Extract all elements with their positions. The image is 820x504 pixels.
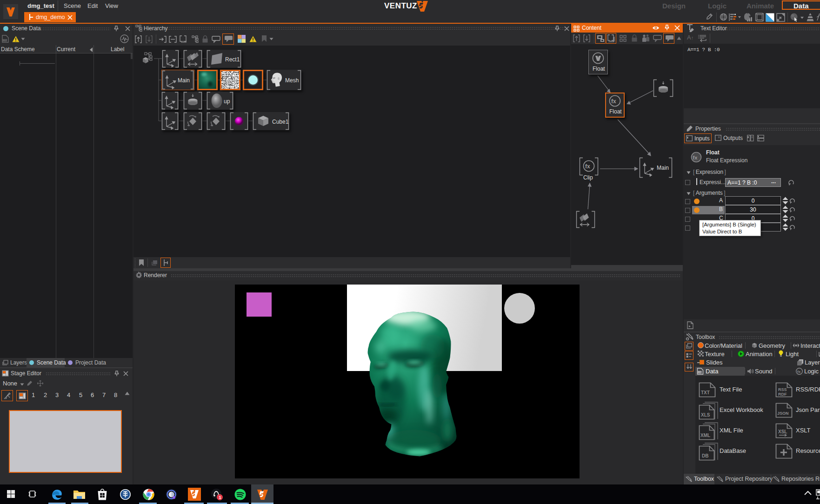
- svg-text:XSL: XSL: [778, 429, 787, 434]
- svg-text:XML: XML: [3, 39, 8, 41]
- svg-text:fx: fx: [611, 98, 616, 105]
- svg-text:XLS: XLS: [701, 412, 710, 418]
- svg-text:TXT: TXT: [701, 390, 710, 395]
- svg-text:DB: DB: [702, 453, 708, 458]
- svg-text:1: 1: [219, 495, 221, 500]
- svg-text:XML: XML: [700, 433, 710, 438]
- svg-text:RDF: RDF: [778, 392, 787, 397]
- svg-text:fx: fx: [797, 370, 801, 374]
- svg-text:RSS: RSS: [778, 387, 787, 392]
- svg-text:0: 0: [752, 136, 753, 139]
- svg-text:0: 0: [758, 139, 760, 141]
- svg-text:fx: fx: [585, 163, 590, 170]
- svg-text:JSON: JSON: [777, 411, 789, 416]
- svg-text:fx: fx: [693, 155, 698, 160]
- svg-text:XML: XML: [698, 371, 702, 373]
- svg-text:0: 0: [718, 136, 720, 139]
